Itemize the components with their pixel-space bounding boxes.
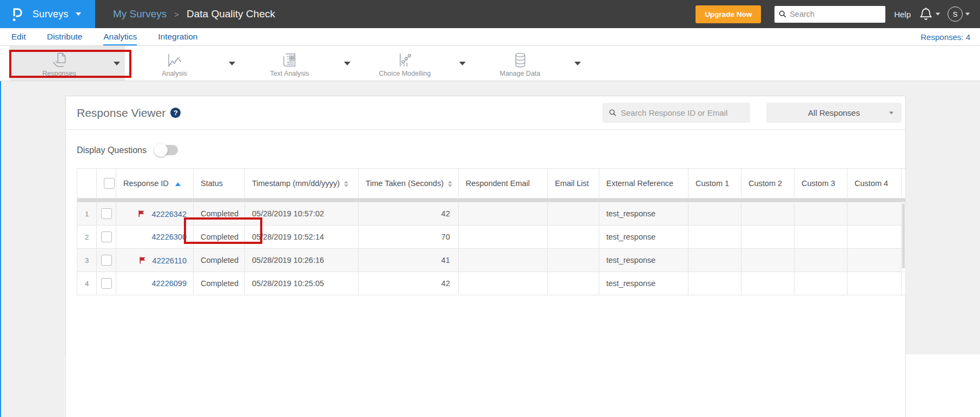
response-search-input[interactable] xyxy=(621,108,744,117)
toolbar-label: Text Analysis xyxy=(270,70,309,77)
manage-data-dropdown-caret[interactable] xyxy=(570,46,586,81)
row-number: 3 xyxy=(77,249,97,272)
respondent-email-cell xyxy=(459,249,548,272)
upgrade-now-button[interactable]: Upgrade Now xyxy=(696,5,761,23)
custom1-cell xyxy=(688,226,741,249)
response-id-42226342-cell: 42226342 xyxy=(116,202,194,226)
select-all-checkbox[interactable] xyxy=(104,178,115,189)
tab-distribute[interactable]: Distribute xyxy=(47,28,82,45)
questionpro-logo xyxy=(11,6,23,22)
email-list-cell xyxy=(548,249,599,272)
response-id-link[interactable]: 42226099 xyxy=(151,279,187,288)
help-icon[interactable]: ? xyxy=(170,108,181,118)
custom4-cell xyxy=(847,249,902,272)
respondent-email-cell xyxy=(459,226,548,249)
col-custom-1: Custom 1 xyxy=(688,169,741,198)
email-list-cell xyxy=(548,226,599,249)
breadcrumb-my-surveys[interactable]: My Surveys xyxy=(113,8,167,20)
time-taken-cell: 70 xyxy=(359,226,459,249)
email-list-cell xyxy=(548,272,599,295)
col-timestamp[interactable]: Timestamp (mm/dd/yyyy) xyxy=(245,169,359,198)
table-header-row: Response ID Status Timestamp (mm/dd/yyyy… xyxy=(77,169,906,198)
row-checkbox[interactable] xyxy=(101,255,112,266)
col-time-taken[interactable]: Time Taken (Seconds) xyxy=(359,169,459,198)
chevron-down-icon xyxy=(965,12,970,15)
col-response-id[interactable]: Response ID xyxy=(116,169,194,198)
custom1-cell xyxy=(688,249,741,272)
help-link[interactable]: Help xyxy=(894,10,911,19)
horizontal-scrollbar-thumb[interactable] xyxy=(77,198,906,202)
text-analysis-dropdown-caret[interactable] xyxy=(339,46,355,81)
display-questions-toggle[interactable] xyxy=(155,145,178,155)
choice-modelling-toolbar-button[interactable]: Choice Modelling xyxy=(355,46,454,81)
responses-toolbar-button[interactable]: Responses xyxy=(10,46,109,81)
vertical-scrollbar-thumb[interactable] xyxy=(902,203,905,268)
email-list-cell xyxy=(548,202,599,226)
custom2-cell xyxy=(741,249,794,272)
col-external-reference: External Reference xyxy=(599,169,688,198)
response-id-link[interactable]: 42226342 xyxy=(151,210,187,219)
status-cell: Completed xyxy=(194,249,245,272)
avatar: S xyxy=(948,6,963,22)
toggle-knob xyxy=(154,143,168,157)
analysis-dropdown-caret[interactable] xyxy=(224,46,240,81)
external-reference-cell: test_response xyxy=(599,249,688,272)
manage-data-toolbar-button[interactable]: Manage Data xyxy=(471,46,570,81)
user-account-menu[interactable]: S xyxy=(948,6,970,22)
caret-down-icon xyxy=(889,111,893,114)
toolbar-group-text-analysis: Text Analysis xyxy=(240,46,355,81)
col-status: Status xyxy=(194,169,245,198)
response-id-link[interactable]: 42226110 xyxy=(153,256,187,265)
row-checkbox[interactable] xyxy=(101,278,112,289)
custom3-cell xyxy=(794,226,847,249)
col-scroll-gutter xyxy=(902,169,906,198)
response-id-link[interactable]: 42226300 xyxy=(151,233,187,241)
respondent-email-cell xyxy=(459,272,548,295)
display-questions-row: Display Questions xyxy=(77,145,905,155)
page-title: Response Viewer xyxy=(77,107,165,120)
tab-edit[interactable]: Edit xyxy=(11,28,26,45)
row-checkbox[interactable] xyxy=(101,208,112,219)
analysis-toolbar-button[interactable]: Analysis xyxy=(125,46,224,81)
response-search-box[interactable] xyxy=(602,103,750,123)
breadcrumb-separator: > xyxy=(174,10,179,19)
tab-integration[interactable]: Integration xyxy=(158,28,197,45)
caret-down-icon xyxy=(229,62,235,65)
response-viewer-card: Response Viewer ? All Responses Display … xyxy=(65,96,906,417)
database-icon xyxy=(513,52,528,68)
table-row: 1 42226342 Completed 05/28/2019 10:57:02… xyxy=(77,202,906,226)
left-gutter xyxy=(0,81,65,417)
surveys-product-menu[interactable]: Surveys xyxy=(0,0,95,28)
time-taken-cell: 42 xyxy=(359,202,459,226)
newspaper-icon xyxy=(281,52,299,68)
main-content: Response Viewer ? All Responses Display … xyxy=(0,81,980,417)
text-analysis-toolbar-button[interactable]: Text Analysis xyxy=(240,46,339,81)
response-filter-dropdown[interactable]: All Responses xyxy=(766,103,902,123)
toolbar-group-choice-modelling: Choice Modelling xyxy=(355,46,471,81)
global-search-input[interactable] xyxy=(790,10,881,18)
sort-ascending-icon xyxy=(175,182,181,186)
notifications-menu[interactable] xyxy=(919,7,941,21)
responses-dropdown-caret[interactable] xyxy=(109,46,125,81)
display-questions-label: Display Questions xyxy=(77,145,147,155)
choice-modelling-dropdown-caret[interactable] xyxy=(454,46,471,81)
external-reference-cell: test_response xyxy=(599,226,688,249)
search-icon xyxy=(609,109,617,117)
custom4-cell xyxy=(847,202,902,226)
line-chart-icon xyxy=(165,52,184,68)
sort-both-icon xyxy=(344,181,348,187)
left-accent-edge xyxy=(0,81,1,417)
row-checkbox[interactable] xyxy=(101,231,112,242)
custom2-cell xyxy=(741,226,794,249)
time-taken-cell: 42 xyxy=(359,272,459,295)
breadcrumb-current-survey: Data Quality Check xyxy=(187,8,275,20)
tab-analytics[interactable]: Analytics xyxy=(103,28,137,45)
row-select-cell xyxy=(97,272,116,295)
col-respondent-email: Respondent Email xyxy=(459,169,548,198)
row-select-cell xyxy=(97,202,116,226)
custom3-cell xyxy=(794,272,847,295)
global-search-box[interactable] xyxy=(774,6,885,23)
row-number: 1 xyxy=(77,202,97,226)
survey-responses-icon xyxy=(50,52,69,68)
analytics-toolbar: Responses Analysis xyxy=(0,46,980,81)
